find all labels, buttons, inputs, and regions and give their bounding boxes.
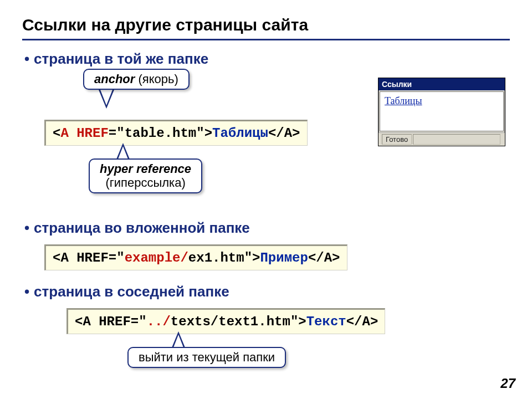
code3-close: </A> [346,314,378,329]
code3-pre: <A HREF=" [75,314,147,329]
code2-folder: example/ [125,250,188,265]
page-number: 27 [500,376,515,391]
browser-status-text: Готово [382,134,412,145]
title-rule [22,39,510,40]
browser-statusbar: Готово [378,132,505,146]
code2-pre: <A HREF=" [53,250,125,265]
page-title: Ссылки на другие страницы сайта [22,16,510,34]
callout-anchor-tail [99,90,114,109]
code3-link: Текст [306,314,346,329]
code-nested-folder: <A HREF="example/ex1.htm">Пример</A> [44,244,347,270]
bullet-nested-folder: страница во вложенной папке [22,219,510,237]
code2-post: ex1.htm"> [188,250,260,265]
browser-link[interactable]: Таблицы [385,95,422,106]
callout-href: hyper reference (гиперссылка) [89,158,202,193]
code1-lt: < [53,126,60,141]
section-nested-folder: <A HREF="example/ex1.htm">Пример</A> [33,244,510,278]
callout-anchor-word: anchor [94,72,135,86]
code1-close: </A> [268,126,300,141]
callout-updir-text: выйти из текущей папки [139,350,275,364]
browser-titlebar: Ссылки [378,78,505,90]
browser-body: Таблицы [380,91,504,131]
bullet-same-folder: страница в той же папке [22,50,510,68]
slide: Ссылки на другие страницы сайта страница… [0,0,532,399]
code2-close: </A> [308,250,340,265]
code3-post: texts/text1.htm"> [171,314,306,329]
callout-href-paren: (гиперссылка) [100,176,191,190]
code1-href: HREF [76,126,109,141]
code-sibling-folder: <A HREF="../texts/text1.htm">Текст</A> [66,308,385,334]
browser-status-spacer [413,134,500,145]
callout-href-word: hyper reference [100,162,191,176]
code1-a: A [60,126,68,141]
callout-anchor-paren: (якорь) [135,72,178,86]
code3-updots: ../ [147,314,171,329]
browser-mock: Ссылки Таблицы Готово [378,78,505,146]
bullet-sibling-folder: страница в соседней папке [22,283,510,300]
section-sibling-folder: <A HREF="../texts/text1.htm">Текст</A> в… [33,308,510,391]
code2-link: Пример [260,250,308,265]
callout-anchor: anchor (якорь) [83,69,190,90]
code-same-folder: <A HREF="table.htm">Таблицы</A> [44,120,308,146]
callout-updir: выйти из текущей папки [127,347,286,368]
code1-eq: ="table.htm"> [109,126,212,141]
code1-link: Таблицы [212,126,268,141]
code1-sp [69,126,76,141]
